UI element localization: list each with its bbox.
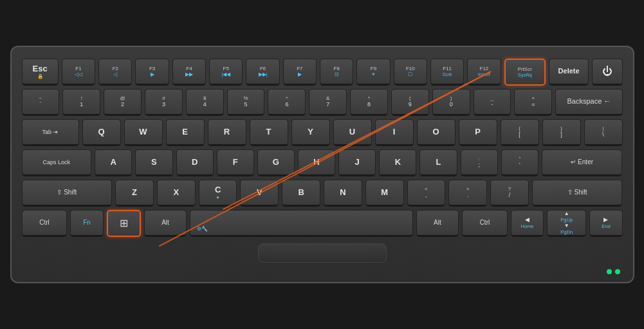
key-shift-left[interactable]: ⇧ Shift bbox=[22, 180, 113, 207]
key-tilde[interactable]: ~ ` bbox=[22, 89, 60, 116]
key-f1[interactable]: F1 ◁◁ bbox=[62, 59, 95, 86]
key-i[interactable]: I bbox=[375, 119, 414, 146]
key-delete[interactable]: Delete bbox=[549, 59, 589, 86]
key-3[interactable]: # 3 bbox=[145, 89, 183, 116]
key-p[interactable]: P bbox=[459, 119, 497, 146]
key-backslash[interactable]: | \ bbox=[584, 119, 623, 146]
key-w[interactable]: W bbox=[124, 119, 163, 146]
key-esc[interactable]: Esc 🔒 bbox=[22, 59, 59, 86]
key-g[interactable]: G bbox=[257, 149, 295, 176]
key-slash[interactable]: ? / bbox=[490, 180, 529, 207]
indicator-dot-1 bbox=[607, 269, 612, 274]
key-f3[interactable]: F3 ▶ bbox=[135, 59, 169, 86]
key-enter[interactable]: ↵ Enter bbox=[542, 149, 623, 176]
key-o[interactable]: O bbox=[417, 119, 455, 146]
key-x[interactable]: X bbox=[157, 180, 196, 207]
key-m[interactable]: M bbox=[365, 180, 404, 207]
key-h[interactable]: H bbox=[298, 149, 335, 176]
key-right[interactable]: ▶ End bbox=[589, 210, 622, 237]
key-b[interactable]: B bbox=[282, 180, 320, 207]
key-f10[interactable]: F10 ☐ bbox=[394, 59, 427, 86]
key-5[interactable]: % 5 bbox=[227, 89, 265, 116]
key-f12[interactable]: F12 Insert bbox=[467, 59, 501, 86]
key-0[interactable]: ) 0 bbox=[432, 89, 470, 116]
key-d[interactable]: D bbox=[176, 149, 214, 176]
key-r[interactable]: R bbox=[208, 119, 246, 146]
key-prtscr[interactable]: PrtScr SysRq bbox=[504, 59, 546, 86]
key-fn[interactable]: Fn bbox=[70, 210, 103, 237]
key-updown[interactable]: ▲ PgUp ▼ PgDn bbox=[547, 210, 586, 237]
key-win[interactable]: ⊞ bbox=[107, 210, 141, 237]
key-capslock[interactable]: Caps Lock bbox=[22, 149, 92, 176]
key-v[interactable]: V bbox=[240, 180, 279, 207]
key-f[interactable]: F bbox=[217, 149, 254, 176]
key-left[interactable]: ◀ Home bbox=[511, 210, 544, 237]
key-6[interactable]: ^ 6 bbox=[268, 89, 306, 116]
key-alt-right[interactable]: Alt bbox=[416, 210, 459, 237]
key-semicolon[interactable]: : ; bbox=[461, 149, 498, 176]
key-equals[interactable]: + = bbox=[514, 89, 552, 116]
key-t[interactable]: T bbox=[250, 119, 288, 146]
key-ctrl-left[interactable]: Ctrl bbox=[22, 210, 68, 237]
key-9[interactable]: ( 9 bbox=[391, 89, 429, 116]
key-ctrl-right[interactable]: Ctrl bbox=[462, 210, 508, 237]
key-f5[interactable]: F5 |◀◀ bbox=[209, 59, 243, 86]
key-c[interactable]: C ● bbox=[199, 180, 237, 207]
key-tab[interactable]: Tab ⇥ bbox=[22, 119, 79, 146]
key-s[interactable]: S bbox=[135, 149, 172, 176]
row-fn: Esc 🔒 F1 ◁◁ F2 ◁ F3 ▶ F4 ▶▶ F5 |◀◀ bbox=[22, 59, 623, 86]
key-f8[interactable]: F8 ⊡ bbox=[320, 59, 353, 86]
key-4[interactable]: $ 4 bbox=[186, 89, 224, 116]
row-numbers: ~ ` ! 1 @ 2 # 3 $ 4 % 5 bbox=[22, 89, 623, 116]
keyboard-container: Esc 🔒 F1 ◁◁ F2 ◁ F3 ▶ F4 ▶▶ F5 |◀◀ bbox=[10, 46, 634, 283]
key-lbrace[interactable]: { [ bbox=[501, 119, 539, 146]
key-f2[interactable]: F2 ◁ bbox=[98, 59, 132, 86]
key-8[interactable]: * 8 bbox=[350, 89, 388, 116]
row-qwerty: Tab ⇥ Q W E R T Y U I O P { [ } ] | \ bbox=[22, 119, 623, 146]
key-n[interactable]: N bbox=[324, 180, 362, 207]
keyboard-rows: Esc 🔒 F1 ◁◁ F2 ◁ F3 ▶ F4 ▶▶ F5 |◀◀ bbox=[22, 59, 623, 237]
key-7[interactable]: & 7 bbox=[309, 89, 347, 116]
key-q[interactable]: Q bbox=[82, 119, 121, 146]
key-power[interactable]: ⏻ bbox=[592, 59, 622, 86]
indicator-dots bbox=[607, 269, 620, 274]
key-j[interactable]: J bbox=[338, 149, 376, 176]
key-a[interactable]: A bbox=[95, 149, 132, 176]
key-f11[interactable]: F11 Scrk bbox=[430, 59, 464, 86]
key-backspace[interactable]: Backspace ← bbox=[555, 89, 622, 116]
key-k[interactable]: K bbox=[379, 149, 416, 176]
key-2[interactable]: @ 2 bbox=[104, 89, 142, 116]
key-f6[interactable]: F6 ▶▶| bbox=[246, 59, 279, 86]
key-f9[interactable]: F9 ✶ bbox=[356, 59, 390, 86]
key-f7[interactable]: F7 ▶ bbox=[283, 59, 317, 86]
key-1[interactable]: ! 1 bbox=[62, 89, 100, 116]
row-zxcv: ⇧ Shift Z X C ● V B N M < , > . ? / bbox=[22, 180, 623, 207]
key-z[interactable]: Z bbox=[115, 180, 154, 207]
key-rbrace[interactable]: } ] bbox=[542, 119, 581, 146]
key-l[interactable]: L bbox=[419, 149, 457, 176]
key-y[interactable]: Y bbox=[291, 119, 330, 146]
key-space[interactable]: ⚙🔧 bbox=[190, 210, 413, 237]
key-shift-right[interactable]: ⇧ Shift bbox=[532, 180, 623, 207]
row-bottom: Ctrl Fn ⊞ Alt ⚙🔧 Alt Ctrl ◀ Home bbox=[22, 210, 623, 237]
key-period[interactable]: > . bbox=[448, 180, 487, 207]
row-asdf: Caps Lock A S D F G H J K L : ; " ' ↵ En… bbox=[22, 149, 623, 176]
key-f4[interactable]: F4 ▶▶ bbox=[172, 59, 206, 86]
touchpad[interactable] bbox=[258, 243, 387, 263]
key-minus[interactable]: _ - bbox=[474, 89, 511, 116]
key-e[interactable]: E bbox=[166, 119, 205, 146]
key-u[interactable]: U bbox=[333, 119, 372, 146]
indicator-dot-2 bbox=[615, 269, 620, 274]
key-quote[interactable]: " ' bbox=[501, 149, 538, 176]
key-alt-left[interactable]: Alt bbox=[144, 210, 187, 237]
key-comma[interactable]: < , bbox=[407, 180, 446, 207]
